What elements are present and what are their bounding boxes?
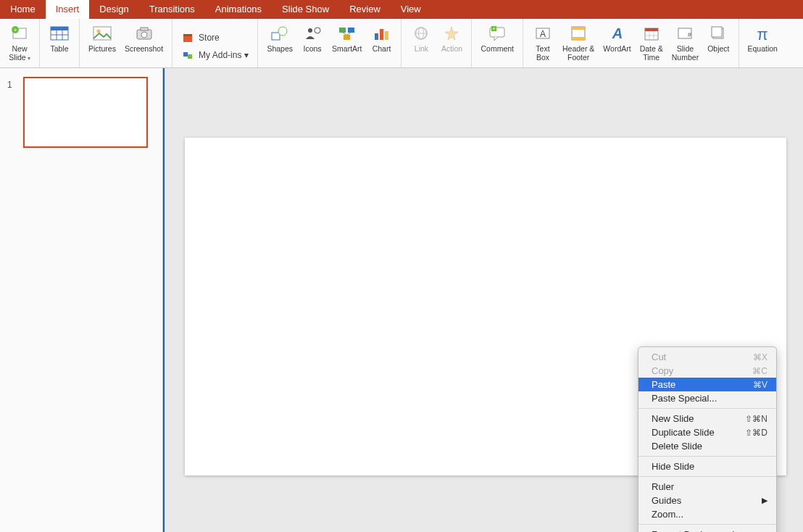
svg-rect-21: [339, 28, 346, 33]
svg-text:+: +: [14, 27, 17, 33]
ctx-new-slide-shortcut: ⇧⌘N: [745, 414, 767, 424]
tab-design[interactable]: Design: [89, 0, 138, 19]
slide-number-icon: #: [675, 23, 695, 43]
my-addins-button[interactable]: My Add-ins▾: [177, 46, 253, 64]
table-label: Table: [50, 45, 68, 54]
svg-rect-8: [93, 27, 111, 40]
tab-view[interactable]: View: [391, 0, 431, 19]
comment-label: Comment: [480, 45, 514, 54]
comment-icon: +: [487, 23, 507, 43]
comment-button[interactable]: + Comment: [476, 22, 518, 55]
new-slide-label: New Slide▾: [9, 45, 30, 62]
ctx-separator: [638, 456, 776, 457]
icons-label: Icons: [303, 45, 321, 54]
action-icon: [441, 23, 462, 43]
action-label: Action: [441, 45, 462, 54]
svg-rect-23: [344, 35, 350, 40]
slide-thumb-number: 1: [7, 80, 12, 90]
svg-rect-48: [712, 27, 722, 37]
svg-rect-26: [385, 31, 388, 40]
chart-icon: [371, 23, 391, 43]
equation-button[interactable]: π Equation: [744, 22, 782, 55]
ctx-separator: [638, 476, 776, 477]
ctx-ruler[interactable]: Ruler: [638, 480, 776, 494]
pictures-button[interactable]: Pictures: [84, 22, 120, 55]
chart-label: Chart: [373, 45, 391, 54]
svg-point-11: [141, 32, 147, 38]
ctx-delete-slide-label: Delete Slide: [652, 441, 702, 452]
ctx-zoom[interactable]: Zoom...: [638, 507, 776, 521]
group-symbols: π Equation: [739, 19, 786, 67]
tab-review[interactable]: Review: [339, 0, 391, 19]
svg-rect-22: [348, 28, 354, 33]
canvas-area[interactable]: Cut ⌘X Copy ⌘C Paste ⌘V Paste Special...…: [163, 68, 803, 532]
shapes-button[interactable]: Shapes: [262, 22, 297, 55]
pictures-label: Pictures: [88, 45, 116, 54]
svg-marker-30: [445, 27, 458, 40]
text-box-button[interactable]: A Text Box: [528, 22, 558, 63]
store-button[interactable]: Store: [177, 29, 224, 46]
ctx-duplicate-slide[interactable]: Duplicate Slide ⇧⌘D: [638, 425, 776, 439]
slide-panel[interactable]: 1: [0, 68, 163, 532]
wordart-button[interactable]: A WordArt: [599, 22, 635, 55]
action-button: Action: [436, 22, 467, 55]
ctx-paste[interactable]: Paste ⌘V: [638, 378, 776, 391]
object-icon: [708, 23, 728, 43]
new-slide-icon: +: [9, 23, 30, 43]
svg-rect-37: [572, 27, 585, 30]
svg-text:+: +: [493, 26, 496, 31]
header-footer-button[interactable]: Header & Footer: [558, 22, 599, 63]
ctx-paste-special-label: Paste Special...: [652, 393, 717, 404]
smartart-button[interactable]: SmartArt: [328, 22, 366, 55]
equation-label: Equation: [748, 45, 778, 54]
svg-rect-25: [380, 29, 383, 40]
shapes-label: Shapes: [267, 45, 293, 54]
ctx-paste-label: Paste: [652, 379, 675, 390]
slide-number-button[interactable]: # Slide Number: [667, 22, 703, 63]
svg-rect-15: [183, 52, 188, 57]
slide-thumbnail-1[interactable]: [23, 77, 148, 148]
ctx-hide-slide[interactable]: Hide Slide: [638, 460, 776, 473]
svg-rect-14: [183, 34, 192, 36]
wordart-icon: A: [607, 23, 628, 43]
ctx-cut-shortcut: ⌘X: [753, 352, 767, 362]
ctx-format-background[interactable]: Format Background...: [638, 528, 776, 532]
ctx-delete-slide[interactable]: Delete Slide: [638, 439, 776, 453]
ctx-new-slide[interactable]: New Slide ⇧⌘N: [638, 412, 776, 425]
group-text: A Text Box Header & Footer A WordArt Dat…: [523, 19, 739, 67]
ctx-guides-label: Guides: [652, 495, 681, 506]
ctx-ruler-label: Ruler: [652, 481, 674, 492]
store-label: Store: [199, 33, 220, 43]
svg-text:A: A: [611, 25, 622, 41]
object-label: Object: [707, 45, 729, 54]
object-button[interactable]: Object: [703, 22, 733, 55]
wordart-label: WordArt: [603, 45, 631, 54]
tab-animations[interactable]: Animations: [205, 0, 272, 19]
tab-transitions[interactable]: Transitions: [139, 0, 205, 19]
group-images: Pictures Screenshot: [80, 19, 172, 67]
screenshot-button[interactable]: Screenshot: [120, 22, 167, 55]
date-time-button[interactable]: Date & Time: [636, 22, 667, 63]
icons-icon: [302, 23, 323, 43]
context-menu: Cut ⌘X Copy ⌘C Paste ⌘V Paste Special...…: [638, 346, 777, 532]
tab-slideshow[interactable]: Slide Show: [272, 0, 339, 19]
svg-point-18: [278, 27, 287, 36]
equation-icon: π: [752, 23, 773, 43]
icons-button[interactable]: Icons: [297, 22, 328, 55]
group-table: Table: [40, 19, 80, 67]
text-box-label: Text Box: [536, 45, 549, 62]
ctx-paste-special[interactable]: Paste Special...: [638, 391, 776, 405]
table-button[interactable]: Table: [44, 22, 75, 55]
pictures-icon: [92, 23, 112, 43]
submenu-arrow-icon: ▶: [762, 496, 767, 505]
chart-button[interactable]: Chart: [366, 22, 396, 55]
ctx-guides[interactable]: Guides ▶: [638, 494, 776, 507]
ctx-copy-label: Copy: [652, 365, 673, 376]
ctx-duplicate-slide-shortcut: ⇧⌘D: [745, 428, 767, 438]
tab-home[interactable]: Home: [0, 0, 46, 19]
screenshot-label: Screenshot: [125, 45, 163, 54]
new-slide-button[interactable]: + New Slide▾: [4, 22, 35, 63]
tab-insert[interactable]: Insert: [46, 0, 90, 19]
svg-point-19: [308, 28, 312, 33]
svg-rect-16: [188, 54, 192, 59]
